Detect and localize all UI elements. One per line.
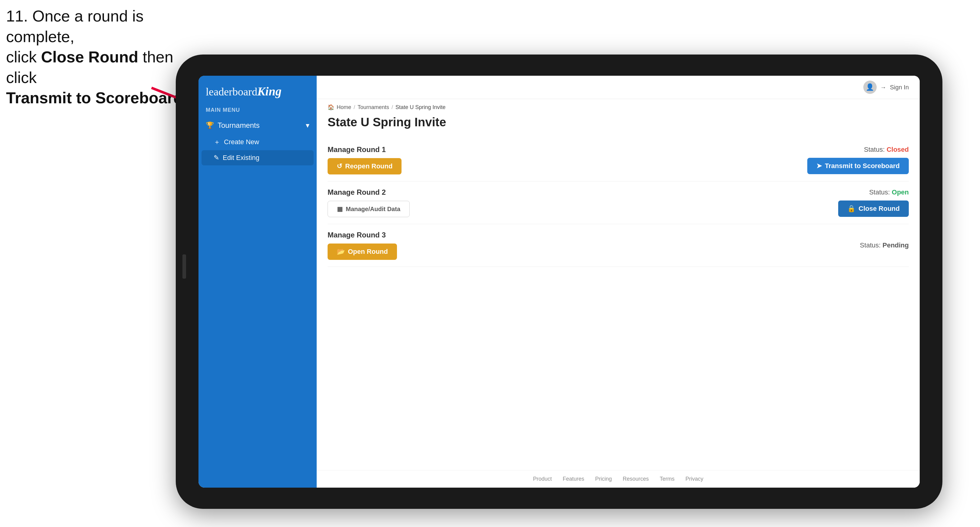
logo: leaderboardKing (206, 84, 309, 98)
breadcrumb-home[interactable]: Home (337, 104, 351, 111)
breadcrumb-sep1: / (354, 104, 355, 111)
transmit-to-scoreboard-button[interactable]: ➤ Transmit to Scoreboard (807, 158, 909, 174)
top-header: 👤 → Sign In (317, 76, 920, 99)
trophy-icon: 🏆 (206, 121, 214, 129)
sidebar-tournaments-label: Tournaments (218, 121, 260, 130)
sidebar-logo: leaderboardKing (199, 76, 317, 105)
page-title: State U Spring Invite (328, 115, 909, 129)
manage-audit-button[interactable]: ▦ Manage/Audit Data (328, 201, 410, 217)
sidebar-edit-existing[interactable]: ✎ Edit Existing (202, 150, 313, 165)
tablet-screen: leaderboardKing MAIN MENU 🏆 Tournaments … (199, 76, 920, 487)
round-2-status-value: Open (892, 188, 909, 196)
round-2-label: Manage Round 2 (328, 188, 410, 197)
instruction-line2: click (6, 48, 41, 66)
page-body: State U Spring Invite Manage Round 1 ↺ R… (317, 113, 920, 470)
breadcrumb-sep2: / (391, 104, 393, 111)
folder-icon: 📂 (337, 248, 345, 256)
instruction-line1: 11. Once a round is complete, (6, 7, 144, 45)
home-icon: 🏠 (328, 104, 334, 111)
sign-in-area[interactable]: 👤 → Sign In (863, 81, 909, 94)
avatar: 👤 (863, 81, 877, 94)
round-1-status-label: Status: (864, 146, 885, 153)
arrow-right-icon: → (880, 84, 886, 91)
round-3-right: Status: Pending (860, 241, 909, 249)
close-round-button[interactable]: 🔒 Close Round (838, 200, 909, 217)
open-round-label: Open Round (348, 248, 388, 256)
footer-privacy[interactable]: Privacy (686, 476, 703, 482)
round-3-label: Manage Round 3 (328, 231, 397, 239)
round-2-status-label: Status: (869, 188, 890, 196)
edit-existing-label: Edit Existing (223, 154, 259, 162)
lock-icon: 🔒 (847, 205, 856, 213)
chevron-down-icon: ▾ (306, 121, 309, 130)
app-footer: Product Features Pricing Resources Terms… (317, 470, 920, 487)
round-3-left: Manage Round 3 📂 Open Round (328, 231, 397, 260)
send-icon: ➤ (816, 162, 822, 170)
round-1-status-value: Closed (887, 146, 909, 153)
reopen-round-label: Reopen Round (345, 162, 393, 170)
instruction-bold2: Transmit to Scoreboard. (6, 89, 187, 106)
round-3-status-label: Status: (860, 241, 881, 249)
round-2-row: Manage Round 2 ▦ Manage/Audit Data Statu… (328, 181, 909, 224)
round-2-left: Manage Round 2 ▦ Manage/Audit Data (328, 188, 410, 217)
round-2-status: Status: Open (869, 188, 909, 196)
create-new-label: Create New (224, 138, 259, 146)
plus-icon: ＋ (214, 138, 220, 147)
sidebar: leaderboardKing MAIN MENU 🏆 Tournaments … (199, 76, 317, 487)
manage-audit-label: Manage/Audit Data (346, 206, 400, 213)
close-round-label: Close Round (859, 205, 900, 213)
sign-in-label: Sign In (890, 84, 909, 91)
round-1-right: Status: Closed ➤ Transmit to Scoreboard (807, 146, 909, 174)
footer-features[interactable]: Features (563, 476, 584, 482)
sidebar-create-new[interactable]: ＋ Create New (199, 134, 317, 150)
round-3-row: Manage Round 3 📂 Open Round Status: Pend… (328, 224, 909, 267)
main-content: 👤 → Sign In 🏠 Home / Tournaments / State… (317, 76, 920, 487)
tablet-button (183, 254, 186, 279)
footer-pricing[interactable]: Pricing (595, 476, 612, 482)
instruction-bold1: Close Round (41, 48, 138, 66)
edit-icon: ✎ (214, 154, 219, 162)
round-3-status-value: Pending (883, 241, 909, 249)
round-1-left: Manage Round 1 ↺ Reopen Round (328, 145, 401, 175)
round-1-row: Manage Round 1 ↺ Reopen Round Status: Cl… (328, 139, 909, 181)
breadcrumb-tournaments[interactable]: Tournaments (358, 104, 389, 111)
reopen-round-button[interactable]: ↺ Reopen Round (328, 158, 401, 175)
table-icon: ▦ (337, 205, 343, 213)
transmit-label: Transmit to Scoreboard (825, 162, 900, 170)
refresh-icon: ↺ (337, 162, 342, 170)
footer-product[interactable]: Product (533, 476, 552, 482)
round-1-label: Manage Round 1 (328, 145, 401, 154)
open-round-button[interactable]: 📂 Open Round (328, 243, 397, 260)
sidebar-item-tournaments[interactable]: 🏆 Tournaments ▾ (199, 117, 317, 134)
sidebar-section-label: MAIN MENU (199, 105, 317, 117)
breadcrumb-current: State U Spring Invite (395, 104, 445, 111)
footer-resources[interactable]: Resources (623, 476, 649, 482)
instruction-text: 11. Once a round is complete, click Clos… (6, 6, 194, 108)
round-2-right: Status: Open 🔒 Close Round (838, 188, 909, 217)
round-3-status: Status: Pending (860, 241, 909, 249)
tablet-device: leaderboardKing MAIN MENU 🏆 Tournaments … (176, 54, 942, 509)
footer-terms[interactable]: Terms (660, 476, 675, 482)
round-1-status: Status: Closed (864, 146, 909, 154)
breadcrumb: 🏠 Home / Tournaments / State U Spring In… (317, 99, 920, 113)
